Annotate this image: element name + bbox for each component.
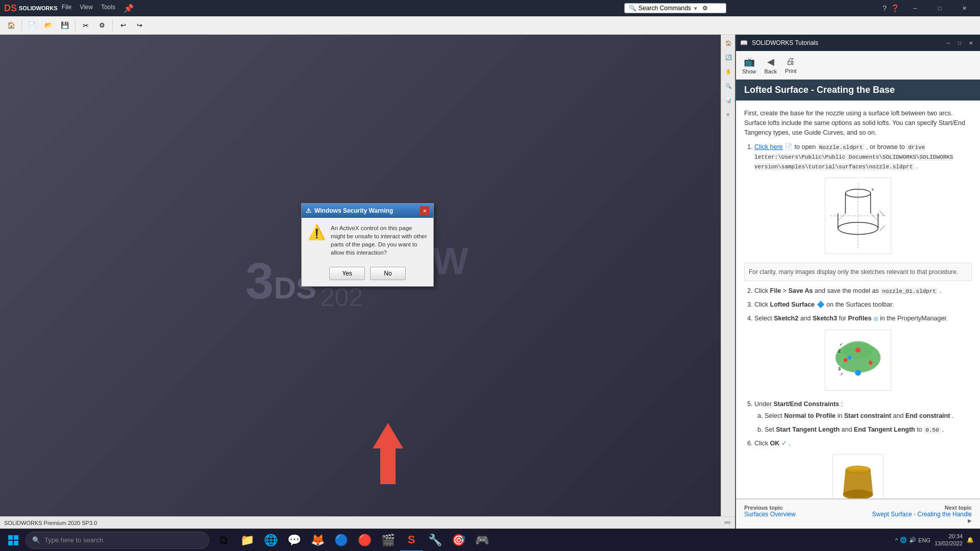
back-label: Back [765,68,777,74]
tutorial-panel: 📖 SOLIDWORKS Tutorials ─ □ ✕ 📺 Show ◀ Ba… [735,35,980,529]
firefox-button[interactable]: 🦊 [306,529,329,552]
app2-button[interactable]: 🔧 [424,529,446,552]
filename-1: Nozzle.sldprt [818,144,865,151]
app2-icon: 🔧 [428,534,442,547]
video-button[interactable]: 🎬 [377,529,399,552]
menu-tools[interactable]: Tools [101,4,115,13]
next-link[interactable]: Swept Surface - Creating the Handle [872,511,972,518]
menu-view[interactable]: View [80,4,93,13]
maximize-button[interactable]: □ [928,0,951,16]
chat-button[interactable]: 💬 [283,529,305,552]
svg-text:↙: ↙ [840,341,843,346]
viewport-tools: 🏠 🔄 ✋ 🔍 📊 ≡ [721,35,735,516]
close-button[interactable]: ✕ [952,0,976,16]
svg-point-20 [847,356,851,360]
language-label: ENG [918,537,930,543]
prev-label: Previous topic [744,505,796,511]
pan-tool[interactable]: ✋ [722,65,734,78]
step4-sketch3: Sketch3 [813,315,837,322]
undo-button[interactable]: ↩ [116,18,130,33]
dialog-icon: ⚠ [306,207,311,214]
tutorial-steps-list: Click here 📄 to open Nozzle.sldprt , or … [744,142,972,171]
tutorial-minimize[interactable]: ─ [943,38,953,48]
app4-button[interactable]: 🎮 [471,529,493,552]
step-5: Under Start/End Constraints : Select Nor… [754,399,972,434]
pin-icon: 📌 [124,4,134,13]
start-button[interactable] [2,529,24,552]
main-toolbar: 🏠 📄 📂 💾 ✂ ⚙ ↩ ↪ [0,16,980,35]
taskbar-search-text: Type here to search [44,536,103,544]
click-here-link[interactable]: Click here [754,143,783,151]
tutorial-titlebar: 📖 SOLIDWORKS Tutorials ─ □ ✕ [736,35,980,51]
notification-icon[interactable]: 🔔 [967,537,974,543]
menu-file[interactable]: File [62,4,71,13]
step5-header: Start/End Constraints [774,400,840,408]
zoom-tool[interactable]: 🔍 [722,80,734,92]
firefox-icon: 🦊 [311,534,325,547]
settings-button[interactable]: ⚙ [95,18,109,33]
back-button[interactable]: ◀ Back [765,56,777,74]
chart-tool[interactable]: 📊 [722,94,734,106]
command-search-box[interactable]: 🔍 Search Commands ▼ ⚙ [624,3,726,13]
app3-button[interactable]: 🎯 [447,529,470,552]
chrome-button[interactable]: 🔵 [330,529,352,552]
tutorial-intro: First, create the base for the nozzle us… [744,109,972,137]
search-container: 🔍 Search Commands ▼ ⚙ [472,3,878,13]
tutorial-close[interactable]: ✕ [966,38,976,48]
network-icon: 🌐 [900,537,907,543]
step-6: Click OK ✓ . [754,439,972,448]
explorer-button[interactable]: 📁 [236,529,258,552]
media-button[interactable]: 🔴 [353,529,376,552]
solidworks-panel: 3DS SOLIDW 202 🏠 🔄 ✋ 🔍 📊 ≡ [0,35,735,529]
taskview-button[interactable]: ⧉ [212,529,235,552]
question-icon[interactable]: ? [883,4,887,12]
filename-2: nozzle_01.sldprt [880,288,938,295]
app4-icon: 🎮 [475,534,489,547]
taskbar-search-icon: 🔍 [32,536,40,544]
taskbar-right: ^ 🌐 🔊 ENG 20:34 13/02/2022 🔔 [895,533,978,546]
zoom-in-tool[interactable]: 🏠 [722,37,734,49]
tutorial-window-controls: ─ □ ✕ [943,38,976,48]
tray-arrow[interactable]: ^ [895,537,898,543]
yes-button[interactable]: Yes [329,267,365,280]
next-topic: Next topic Swept Surface - Creating the … [872,505,972,523]
svg-point-19 [855,369,861,375]
next-label: Next topic [872,505,972,511]
result-diagram [832,454,884,498]
cut-button[interactable]: ✂ [79,18,93,33]
dialog-message: An ActiveX control on this page might be… [331,224,427,257]
open-button[interactable]: 📂 [41,18,56,33]
dialog-close-button[interactable]: ✕ [420,206,429,215]
no-button[interactable]: No [370,267,406,280]
solidworks-taskbar-button[interactable]: S [400,529,423,552]
dialog-overlay: ⚠ Windows Security Warning ✕ ⚠️ An Activ… [0,35,735,516]
year-text: 202 [321,283,468,312]
new-button[interactable]: 📄 [25,18,39,33]
save-button[interactable]: 💾 [58,18,72,33]
sw-viewport[interactable]: 3DS SOLIDW 202 🏠 🔄 ✋ 🔍 📊 ≡ [0,35,735,516]
edge-button[interactable]: 🌐 [259,529,282,552]
redo-button[interactable]: ↪ [132,18,146,33]
rotate-tool[interactable]: 🔄 [722,51,734,63]
print-button[interactable]: 🖨 Print [785,56,797,74]
taskbar-search-box[interactable]: 🔍 Type here to search [26,532,209,549]
profiles-icon: ◎ [873,315,880,321]
taskbar-apps: ⧉ 📁 🌐 💬 🦊 🔵 🔴 🎬 S [212,529,493,552]
tutorial-content-area[interactable]: First, create the base for the nozzle us… [736,101,980,498]
minimize-button[interactable]: ─ [903,0,927,16]
security-warning-dialog[interactable]: ⚠ Windows Security Warning ✕ ⚠️ An Activ… [301,203,434,287]
home-button[interactable]: 🏠 [4,18,18,33]
help-icons: ? ❓ [883,4,899,12]
tutorial-steps-list-2: Click File > Save As and save the model … [744,286,972,323]
tutorial-maximize[interactable]: □ [954,38,965,48]
tutorial-toolbar: 📺 Show ◀ Back 🖨 Print [736,51,980,80]
svg-rect-28 [8,535,13,540]
ok-checkmark: ✓ [781,440,787,447]
prev-link[interactable]: Surfaces Overview [744,511,796,518]
window-controls: ─ □ ✕ [903,0,976,16]
step4-profiles: Profiles [848,315,872,322]
show-button[interactable]: 📺 Show [742,56,756,74]
help-icon[interactable]: ❓ [891,4,899,12]
svg-text:2: 2 [838,348,841,354]
list-tool[interactable]: ≡ [722,108,734,120]
